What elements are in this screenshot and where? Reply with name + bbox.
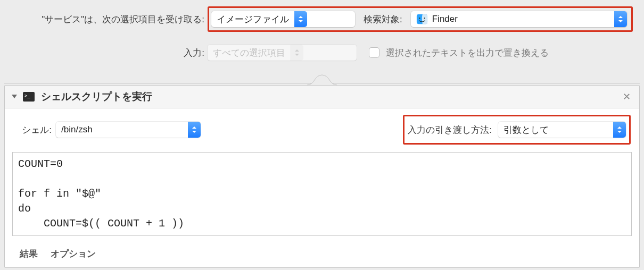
popup-stepper-icon (613, 122, 626, 138)
search-in-popup[interactable]: Finder (411, 11, 627, 27)
svg-point-3 (424, 18, 425, 19)
pass-input-label: 入力の引き渡し方法: (408, 124, 492, 136)
shell-popup-value: /bin/zsh (56, 124, 188, 135)
script-textarea[interactable]: COUNT=0 for f in "$@" do COUNT=$(( COUNT… (12, 152, 632, 236)
svg-point-2 (419, 18, 420, 19)
top-highlight-box: イメージファイル 検索対象: Finder (208, 6, 633, 32)
popup-stepper-icon (614, 11, 627, 27)
terminal-icon (23, 92, 35, 102)
search-in-label: 検索対象: (364, 13, 402, 26)
replace-output-checkbox[interactable] (369, 48, 379, 57)
shell-label: シェル: (13, 124, 56, 136)
pass-input-value: 引数として (498, 124, 613, 136)
pass-input-highlight-box: 入力の引き渡し方法: 引数として (403, 115, 631, 145)
shell-popup[interactable]: /bin/zsh (56, 122, 201, 138)
pass-input-popup[interactable]: 引数として (498, 122, 626, 138)
results-tab[interactable]: 結果 (20, 248, 38, 260)
popup-stepper-icon (294, 11, 307, 27)
popup-stepper-icon (291, 45, 303, 61)
run-shell-script-action: シェルスクリプトを実行 ✕ シェル: /bin/zsh 入力の引き渡し方法: 引… (4, 85, 640, 268)
popup-stepper-icon (188, 122, 201, 138)
input-label: 入力: (4, 47, 208, 59)
disclosure-triangle-icon[interactable] (11, 91, 18, 102)
action-header[interactable]: シェルスクリプトを実行 ✕ (5, 86, 639, 108)
finder-icon (416, 13, 428, 25)
receives-popup[interactable]: イメージファイル (211, 11, 355, 27)
replace-output-label: 選択されたテキストを出力で置き換える (386, 48, 549, 58)
pointer-notch-icon (307, 74, 337, 86)
options-tab[interactable]: オプション (51, 248, 96, 260)
input-popup: すべての選択項目 (208, 45, 357, 61)
receives-popup-value: イメージファイル (211, 13, 294, 26)
service-receives-label: "サービス"は、次の選択項目を受け取る: (4, 13, 208, 26)
input-popup-value: すべての選択項目 (208, 47, 291, 59)
search-in-value: Finder (432, 14, 458, 24)
action-title: シェルスクリプトを実行 (41, 90, 152, 104)
close-icon[interactable]: ✕ (621, 91, 633, 103)
